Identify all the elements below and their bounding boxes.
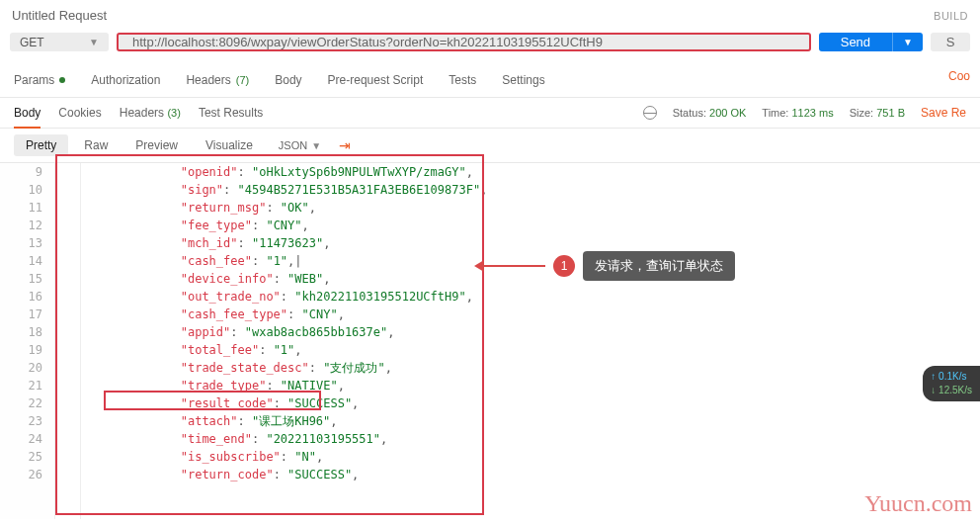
wrap-icon[interactable]: ⇥ [339,137,351,153]
dot-icon [59,77,65,83]
time-block: Time: 1123 ms [762,107,833,119]
annotation-number: 1 [553,255,575,277]
save-response[interactable]: Save Re [921,106,966,120]
tab-settings[interactable]: Settings [502,67,544,97]
tab-tests[interactable]: Tests [449,67,476,97]
globe-icon[interactable] [643,106,657,120]
arrow-icon [476,265,545,267]
resp-tab-headers[interactable]: Headers (3) [120,106,181,120]
view-visualize[interactable]: Visualize [194,134,265,156]
network-stats: ↑ 0.1K/s ↓ 12.5K/s [923,366,980,401]
status-block: Status: 200 OK [673,107,747,119]
upload-speed: ↑ 0.1K/s [931,370,972,384]
resp-tab-results[interactable]: Test Results [199,106,263,120]
view-preview[interactable]: Preview [123,134,190,156]
url-input[interactable]: http://localhost:8096/wxpay/viewOrderSta… [117,33,811,51]
build-label: BUILD [934,10,968,22]
tab-params[interactable]: Params [14,67,65,97]
tab-headers[interactable]: Headers (7) [186,67,249,97]
annotation-text: 发请求，查询订单状态 [583,251,735,281]
format-selector[interactable]: JSON ▼ [269,135,331,155]
chevron-down-icon: ▼ [89,37,99,47]
chevron-down-icon: ▼ [311,140,321,151]
watermark: Yuucn.com [864,490,972,517]
response-body[interactable]: 91011121314151617181920212223242526 "ope… [0,163,980,519]
fold-ruler [55,163,81,519]
resp-tab-cookies[interactable]: Cookies [58,106,101,120]
send-button[interactable]: Send [819,33,892,51]
cookies-link[interactable]: Coo [948,69,970,83]
resp-tab-body[interactable]: Body [14,106,41,129]
method-selector[interactable]: GET ▼ [10,33,109,51]
tab-body[interactable]: Body [275,67,301,97]
view-raw[interactable]: Raw [72,134,120,156]
annotation: 1 发请求，查询订单状态 [476,251,735,281]
tab-authorization[interactable]: Authorization [91,67,160,97]
save-button[interactable]: S [931,33,970,51]
download-speed: ↓ 12.5K/s [931,384,972,397]
view-pretty[interactable]: Pretty [14,134,68,156]
tab-prerequest[interactable]: Pre-request Script [328,67,424,97]
send-dropdown[interactable]: ▼ [892,33,923,51]
request-title[interactable]: Untitled Request [12,8,107,23]
url-text: http://localhost:8096/wxpay/viewOrderSta… [132,35,603,49]
size-block: Size: 751 B [850,107,905,119]
method-value: GET [20,36,44,49]
